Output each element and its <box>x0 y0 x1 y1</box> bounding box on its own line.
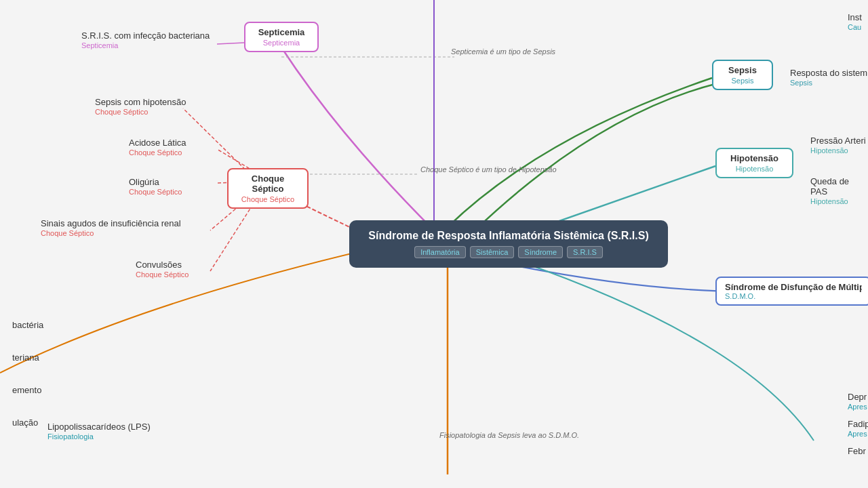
text-resposta-sistema: Resposta do sistem Sepsis <box>790 68 867 87</box>
text-convulsoes: Convulsões Choque Séptico <box>136 260 189 279</box>
svg-line-7 <box>217 43 244 44</box>
text-bacteria: bactéria <box>12 320 43 330</box>
text-lipolissacarideos: Lipopolissacarídeos (LPS) Fisiopatologia <box>47 422 151 441</box>
sindrome-disfuncao-title: Síndrome de Disfunção de Múltiplo <box>725 282 862 292</box>
text-teriana: teriana <box>12 352 39 363</box>
relation-choque-hipotensao: Choque Séptico é um tipo de Hipotensão <box>420 165 557 174</box>
node-septicemia-label: Septicemia <box>254 39 309 47</box>
text-sinais-agudos: Sinais agudos de insuficiência renal Cho… <box>41 218 181 237</box>
text-fadiga: Fadip Apres <box>848 419 868 438</box>
text-sepsis-com-hipotensao: Sepsis com hipotensão Choque Séptico <box>95 97 186 116</box>
mindmap-canvas: Síndrome de Resposta Inflamatória Sistêm… <box>0 0 868 488</box>
text-pressao-arterial: Pressão Arteri Hipotensão <box>810 136 866 155</box>
sindrome-disfuncao-label: S.D.M.O. <box>725 292 862 300</box>
text-queda-pas: Queda de PAS Hipotensão <box>810 176 868 205</box>
node-septicemia[interactable]: Septicemia Septicemia <box>244 22 319 52</box>
node-septicemia-title: Septicemia <box>254 27 309 37</box>
node-sepsis-label: Sepsis <box>722 77 764 85</box>
tag-sindrome[interactable]: Síndrome <box>518 246 563 258</box>
relation-septicemia-sepsis: Septicemia é um tipo de Sepsis <box>451 47 555 56</box>
text-ulacao: ulação <box>12 418 38 428</box>
text-febre: Febr <box>848 446 866 456</box>
text-emento: emento <box>12 385 41 395</box>
tag-sistemica[interactable]: Sistêmica <box>470 246 515 258</box>
node-sepsis-title: Sepsis <box>722 65 764 75</box>
center-node-title: Síndrome de Resposta Inflamatória Sistêm… <box>368 230 648 241</box>
node-hipotensao-title: Hipotensão <box>725 153 784 163</box>
node-sepsis[interactable]: Sepsis Sepsis <box>712 60 773 90</box>
relation-fisiopatologia-sdmo: Fisiopatologia da Sepsis leva ao S.D.M.O… <box>439 431 579 439</box>
text-oliguria: Oligúria Choque Séptico <box>129 177 182 196</box>
text-depressao: Depr Apres <box>848 392 867 411</box>
text-inst: Inst Cau <box>848 12 862 31</box>
node-choque-label: Choque Séptico <box>237 195 299 203</box>
center-node-tags: Inflamatória Sistêmica Síndrome S.R.I.S <box>363 246 654 258</box>
text-acidose-latica: Acidose Lática Choque Séptico <box>129 138 186 157</box>
node-choque-title: Choque Séptico <box>237 174 299 194</box>
node-sindrome-disfuncao[interactable]: Síndrome de Disfunção de Múltiplo S.D.M.… <box>715 277 868 306</box>
tag-inflamatoria[interactable]: Inflamatória <box>414 246 465 258</box>
center-node[interactable]: Síndrome de Resposta Inflamatória Sistêm… <box>349 220 668 268</box>
text-sris-com-infeccao: S.R.I.S. com infecção bacteriana Septice… <box>81 30 210 49</box>
tag-sris[interactable]: S.R.I.S <box>567 246 603 258</box>
node-hipotensao-label: Hipotensão <box>725 165 784 173</box>
node-hipotensao[interactable]: Hipotensão Hipotensão <box>715 148 793 178</box>
node-choque-septico[interactable]: Choque Séptico Choque Séptico <box>227 168 309 209</box>
